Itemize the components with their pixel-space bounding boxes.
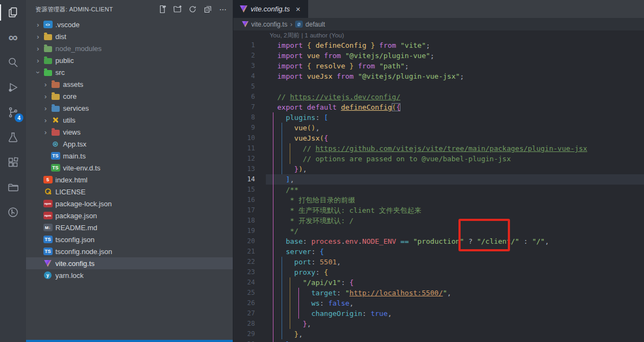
new-folder-button[interactable] bbox=[172, 4, 183, 15]
code-line-23[interactable]: 23 proxy: { bbox=[233, 267, 644, 277]
code-line-28[interactable]: 28 }, bbox=[233, 319, 644, 329]
codelens-blame[interactable]: You, 2周前 | 1 author (You) bbox=[233, 30, 644, 40]
tree-item-assets[interactable]: ›assets bbox=[26, 78, 233, 90]
code-line-10[interactable]: 10 vueJsx({ bbox=[233, 133, 644, 143]
code-line-9[interactable]: 9 vue(), bbox=[233, 123, 644, 133]
tab-vite-config[interactable]: vite.config.ts × bbox=[233, 0, 308, 18]
collapse-all-button[interactable] bbox=[202, 4, 213, 15]
code-text: target: "http://localhost:5500/", bbox=[277, 288, 451, 298]
tree-item-App.tsx[interactable]: ⊛App.tsx bbox=[26, 138, 233, 150]
tree-item-dist[interactable]: ›dist bbox=[26, 30, 233, 42]
tree-item-views[interactable]: ›views bbox=[26, 126, 233, 138]
testing-icon[interactable] bbox=[0, 125, 26, 150]
tree-item-core[interactable]: ›core bbox=[26, 90, 233, 102]
code-line-6[interactable]: 6// https://vitejs.dev/config/ bbox=[233, 92, 644, 102]
tree-item-label: src bbox=[55, 68, 65, 77]
chevron-right-icon[interactable]: › bbox=[34, 33, 42, 41]
breadcrumb-symbol-default[interactable]: ø default bbox=[295, 21, 325, 28]
line-number: 3 bbox=[233, 61, 255, 71]
code-line-21[interactable]: 21 server: { bbox=[233, 246, 644, 257]
chevron-right-icon[interactable]: › bbox=[41, 116, 50, 124]
chevron-down-icon[interactable]: › bbox=[34, 68, 42, 77]
code-text: changeOrigin: true, bbox=[277, 308, 392, 319]
tree-item-services[interactable]: ›services bbox=[26, 102, 233, 114]
code-line-18[interactable]: 18 * 开发环境默认: / bbox=[233, 216, 644, 226]
code-line-12[interactable]: 12 // options are passed on to @vue/babe… bbox=[233, 154, 644, 164]
chevron-right-icon[interactable]: › bbox=[41, 128, 50, 136]
code-line-22[interactable]: 22 port: 5501, bbox=[233, 257, 644, 267]
bracket-pair-guide bbox=[273, 112, 273, 342]
extensions-icon[interactable] bbox=[0, 150, 26, 175]
code-line-20[interactable]: 20 base: process.env.NODE_ENV == "produc… bbox=[233, 236, 644, 246]
chevron-right-icon[interactable]: › bbox=[41, 80, 50, 88]
line-number: 20 bbox=[233, 236, 255, 246]
tree-item-utils[interactable]: ›utils bbox=[26, 114, 233, 126]
code-text: // options are passed on to @vue/babel-p… bbox=[277, 154, 511, 164]
code-line-16[interactable]: 16 * 打包给目录的前缀 bbox=[233, 195, 644, 205]
refresh-button[interactable] bbox=[187, 4, 198, 15]
tab-close-icon[interactable]: × bbox=[293, 4, 303, 14]
code-text: import vue from "@vitejs/plugin-vue"; bbox=[277, 50, 435, 61]
line-number: 26 bbox=[233, 298, 255, 308]
chevron-right-icon[interactable]: › bbox=[34, 56, 42, 65]
code-line-30[interactable]: 30 }, bbox=[233, 339, 644, 342]
tree-item-README.md[interactable]: M↓README.md bbox=[26, 221, 233, 233]
tree-item-tsconfig.node.json[interactable]: TStsconfig.node.json bbox=[26, 245, 233, 257]
code-text: server: { bbox=[277, 246, 324, 257]
source-control-icon[interactable]: 4 bbox=[0, 100, 26, 125]
tree-item-vite.config.ts[interactable]: vite.config.ts bbox=[26, 257, 233, 269]
code-line-7[interactable]: 7export default defineConfig({ bbox=[233, 102, 644, 112]
line-number: 11 bbox=[233, 143, 255, 154]
tree-item-yarn.lock[interactable]: yyarn.lock bbox=[26, 269, 233, 281]
breadcrumb-separator: › bbox=[290, 20, 292, 28]
infinity-extension-icon[interactable]: ∞ bbox=[0, 25, 26, 50]
code-line-5[interactable]: 5 bbox=[233, 81, 644, 92]
code-text: // https://vitejs.dev/config/ bbox=[277, 92, 400, 102]
tree-item-label: vite.config.ts bbox=[55, 259, 94, 268]
code-line-11[interactable]: 11 // https://github.com/vitejs/vite/tre… bbox=[233, 143, 644, 154]
code-line-24[interactable]: 24 "/api/v1": { bbox=[233, 277, 644, 288]
code-text: * 开发环境默认: / bbox=[277, 216, 354, 226]
git-history-icon[interactable] bbox=[0, 200, 26, 225]
run-and-debug-icon[interactable] bbox=[0, 75, 26, 100]
new-file-button[interactable] bbox=[157, 4, 168, 15]
code-line-15[interactable]: 15 /** bbox=[233, 185, 644, 195]
tree-item-node_modules[interactable]: ›node_modules bbox=[26, 42, 233, 54]
tree-item-package-lock.json[interactable]: npmpackage-lock.json bbox=[26, 198, 233, 210]
tree-item-.vscode[interactable]: ›<>.vscode bbox=[26, 18, 233, 30]
tree-item-label: index.html bbox=[55, 176, 87, 184]
code-text: import { defineConfig } from "vite"; bbox=[277, 40, 430, 50]
code-line-8[interactable]: 8 plugins: [ bbox=[233, 112, 644, 123]
tree-item-package.json[interactable]: npmpackage.json bbox=[26, 210, 233, 221]
code-line-27[interactable]: 27 changeOrigin: true, bbox=[233, 308, 644, 319]
code-line-2[interactable]: 2import vue from "@vitejs/plugin-vue"; bbox=[233, 50, 644, 61]
code-line-17[interactable]: 17 * 生产环境默认: client 文件夹包起来 bbox=[233, 205, 644, 216]
chevron-right-icon[interactable]: › bbox=[41, 104, 50, 112]
tree-item-index.html[interactable]: 5index.html bbox=[26, 174, 233, 186]
more-actions-button[interactable]: ⋯ bbox=[218, 4, 228, 15]
tree-item-main.ts[interactable]: TSmain.ts bbox=[26, 150, 233, 162]
code-line-29[interactable]: 29 }, bbox=[233, 329, 644, 339]
tree-item-LICENSE[interactable]: LICENSE bbox=[26, 186, 233, 198]
code-line-14[interactable]: 14 ],You, 2周前 • ✨前端 ui 升级 暗黑主题 … bbox=[233, 174, 644, 185]
tree-item-tsconfig.json[interactable]: TStsconfig.json bbox=[26, 233, 233, 245]
folder-explorer-icon[interactable] bbox=[0, 175, 26, 200]
chevron-right-icon[interactable]: › bbox=[34, 45, 42, 53]
code-line-13[interactable]: 13 }), bbox=[233, 164, 644, 174]
code-text: proxy: { bbox=[277, 267, 328, 277]
code-line-4[interactable]: 4import vueJsx from "@vitejs/plugin-vue-… bbox=[233, 71, 644, 81]
code-line-3[interactable]: 3import { resolve } from "path"; bbox=[233, 61, 644, 71]
npm-file-icon: npm bbox=[42, 200, 53, 207]
tree-item-vite-env.d.ts[interactable]: TSvite-env.d.ts bbox=[26, 162, 233, 174]
code-line-25[interactable]: 25 target: "http://localhost:5500/", bbox=[233, 288, 644, 298]
breadcrumb-file[interactable]: vite.config.ts bbox=[242, 21, 288, 28]
code-line-26[interactable]: 26 ws: false, bbox=[233, 298, 644, 308]
chevron-right-icon[interactable]: › bbox=[34, 21, 42, 29]
code-line-1[interactable]: 1import { defineConfig } from "vite"; bbox=[233, 40, 644, 50]
explorer-icon[interactable] bbox=[0, 0, 26, 25]
search-icon[interactable] bbox=[0, 50, 26, 75]
tree-item-public[interactable]: ›public bbox=[26, 54, 233, 66]
code-line-19[interactable]: 19 */ bbox=[233, 226, 644, 236]
chevron-right-icon[interactable]: › bbox=[41, 92, 50, 100]
tree-item-src[interactable]: ›src bbox=[26, 66, 233, 78]
